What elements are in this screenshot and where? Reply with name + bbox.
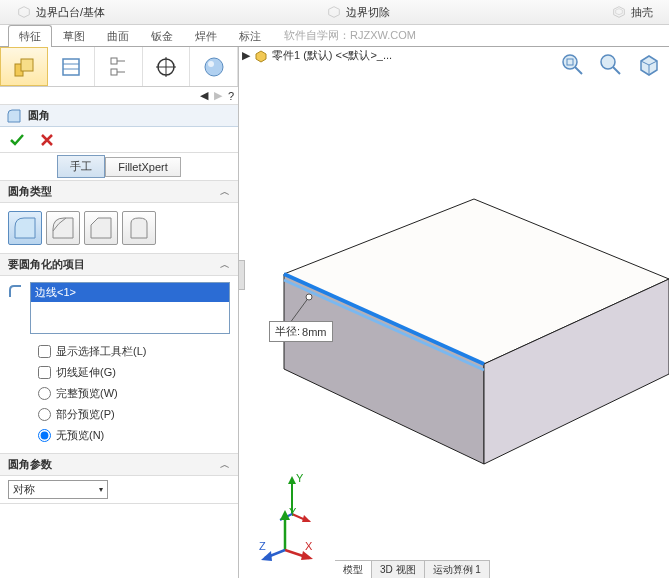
chevron-up-icon[interactable]: ︿ <box>220 258 230 272</box>
selection-list[interactable]: 边线<1> <box>30 282 230 334</box>
svg-marker-3 <box>616 9 623 15</box>
view-triad-icon: Y X Z <box>257 506 317 562</box>
boundary-cut-label: 边界切除 <box>346 5 390 20</box>
manual-mode-button[interactable]: 手工 <box>57 155 105 178</box>
fillet-type-header: 圆角类型 <box>8 184 52 199</box>
partial-preview-option[interactable]: 部分预览(P) <box>38 407 230 422</box>
svg-text:Y: Y <box>296 474 304 484</box>
splitter-handle[interactable] <box>239 260 245 290</box>
shell-button[interactable]: 抽壳 <box>603 2 661 22</box>
svg-rect-6 <box>63 59 79 75</box>
propertymgr-tab-icon[interactable] <box>48 47 96 86</box>
svg-point-22 <box>601 55 615 69</box>
svg-marker-37 <box>288 476 296 484</box>
show-toolbar-option[interactable]: 显示选择工具栏(L) <box>38 344 230 359</box>
svg-point-17 <box>208 61 214 67</box>
history-fwd-icon: ▶ <box>214 89 222 102</box>
filletxpert-mode-button[interactable]: FilletXpert <box>105 157 181 177</box>
variable-radius-button[interactable] <box>46 211 80 245</box>
svg-point-16 <box>205 58 223 76</box>
fillet-params-header: 圆角参数 <box>8 457 52 472</box>
tab-sheetmetal[interactable]: 钣金 <box>140 25 184 47</box>
svg-rect-10 <box>111 69 117 75</box>
dimxpert-tab-icon[interactable] <box>143 47 191 86</box>
radius-callout[interactable]: 半径: 8mm <box>269 321 333 342</box>
svg-marker-2 <box>614 7 625 18</box>
svg-marker-49 <box>261 551 272 561</box>
breadcrumb-arrow-icon[interactable]: ▶ <box>242 49 250 62</box>
chevron-up-icon[interactable]: ︿ <box>220 458 230 472</box>
svg-marker-1 <box>329 7 340 18</box>
items-to-fillet-header: 要圆角化的项目 <box>8 257 85 272</box>
tangent-prop-option[interactable]: 切线延伸(G) <box>38 365 230 380</box>
selected-edge-item[interactable]: 边线<1> <box>31 283 229 302</box>
ok-button[interactable] <box>8 131 26 149</box>
configmgr-tab-icon[interactable] <box>95 47 143 86</box>
breadcrumb-part-name[interactable]: 零件1 (默认) <<默认>_... <box>272 48 392 63</box>
boundary-cut-button[interactable]: 边界切除 <box>318 2 398 22</box>
graphics-viewport[interactable]: ▶ 零件1 (默认) <<默认>_... <box>239 47 669 578</box>
tab-surface[interactable]: 曲面 <box>96 25 140 47</box>
tab-annotate[interactable]: 标注 <box>228 25 272 47</box>
full-round-button[interactable] <box>122 211 156 245</box>
radius-value: 8mm <box>302 326 326 338</box>
boss-base-label: 边界凸台/基体 <box>36 5 105 20</box>
feature-title: 圆角 <box>28 108 50 123</box>
chevron-up-icon[interactable]: ︿ <box>220 185 230 199</box>
svg-point-34 <box>306 294 312 300</box>
tab-feature[interactable]: 特征 <box>8 25 52 47</box>
radius-label: 半径: <box>275 324 300 339</box>
help-icon[interactable]: ? <box>228 90 234 102</box>
svg-text:X: X <box>305 540 313 552</box>
bottom-tab-model[interactable]: 模型 <box>335 561 372 579</box>
featuremgr-tab-icon[interactable] <box>0 47 48 86</box>
part-icon <box>254 49 268 63</box>
no-preview-option[interactable]: 无预览(N) <box>38 428 230 443</box>
fillet-icon <box>6 108 22 124</box>
symmetric-combo[interactable]: 对称▾ <box>8 480 108 499</box>
svg-text:Z: Z <box>259 540 266 552</box>
history-back-icon[interactable]: ◀ <box>200 89 208 102</box>
boss-base-button[interactable]: 边界凸台/基体 <box>8 2 113 22</box>
svg-marker-0 <box>19 7 30 18</box>
cancel-button[interactable] <box>38 131 56 149</box>
bottom-tab-motion[interactable]: 运动算例 1 <box>425 561 490 579</box>
constant-radius-button[interactable] <box>8 211 42 245</box>
watermark-text: 软件自学网：RJZXW.COM <box>284 28 416 46</box>
svg-rect-5 <box>21 59 33 71</box>
svg-text:Y: Y <box>289 506 297 518</box>
svg-marker-46 <box>301 551 313 560</box>
face-fillet-button[interactable] <box>84 211 118 245</box>
tab-sketch[interactable]: 草图 <box>52 25 96 47</box>
svg-rect-9 <box>111 58 117 64</box>
bottom-tab-3dview[interactable]: 3D 视图 <box>372 561 425 579</box>
svg-marker-18 <box>256 51 266 62</box>
edge-select-icon <box>8 284 24 300</box>
render-tab-icon[interactable] <box>190 47 238 86</box>
tab-weldment[interactable]: 焊件 <box>184 25 228 47</box>
property-manager-panel: ◀ ▶ ? 圆角 手工 FilletXpert 圆角类型︿ 要圆角化的项目 <box>0 47 239 578</box>
full-preview-option[interactable]: 完整预览(W) <box>38 386 230 401</box>
shell-label: 抽壳 <box>631 5 653 20</box>
svg-point-19 <box>563 55 577 69</box>
